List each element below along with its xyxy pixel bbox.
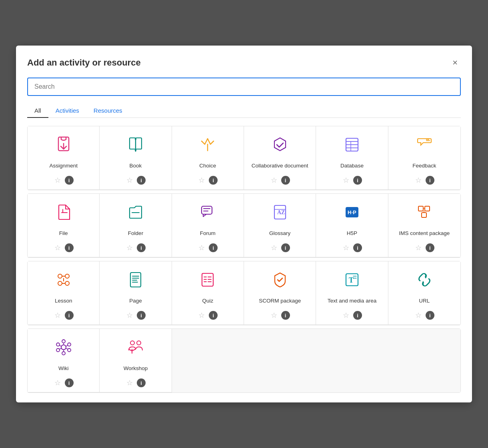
activity-item-workshop[interactable]: Workshop ☆ i: [100, 329, 172, 392]
modal-title: Add an activity or resource: [27, 58, 141, 68]
ims-content-package-label: IMS content package: [399, 227, 450, 239]
h5p-star[interactable]: ☆: [342, 243, 350, 252]
activity-item-text-and-media-area[interactable]: T Text and media area ☆ i: [316, 261, 388, 325]
activity-item-wiki[interactable]: Wiki ☆ i: [28, 329, 100, 392]
file-star[interactable]: ☆: [54, 243, 62, 252]
svg-point-63: [130, 341, 134, 345]
glossary-info[interactable]: i: [281, 243, 290, 252]
h5p-info[interactable]: i: [353, 243, 362, 252]
svg-point-51: [62, 340, 65, 343]
scorm-package-icon: [270, 269, 290, 290]
workshop-star[interactable]: ☆: [126, 378, 134, 387]
activity-item-page[interactable]: Page ☆ i: [100, 261, 172, 325]
choice-info[interactable]: i: [209, 176, 218, 185]
tab-activities[interactable]: Activities: [48, 104, 86, 118]
svg-text:T: T: [349, 276, 354, 284]
quiz-icon: [197, 269, 218, 290]
activity-item-quiz[interactable]: Quiz ☆ i: [172, 261, 244, 325]
scorm-package-actions: ☆ i: [270, 311, 290, 320]
ims-content-package-info[interactable]: i: [426, 243, 434, 252]
collaborative-document-star[interactable]: ☆: [270, 176, 278, 185]
assignment-info[interactable]: i: [65, 176, 74, 185]
activity-item-h5p[interactable]: H·P H5P ☆ i: [316, 194, 388, 257]
activity-item-folder[interactable]: Folder ☆ i: [100, 194, 172, 257]
feedback-star[interactable]: ☆: [414, 176, 422, 185]
activity-item-file[interactable]: File ☆ i: [28, 194, 100, 257]
activity-item-book[interactable]: Book ☆ i: [100, 126, 172, 190]
quiz-actions: ☆ i: [198, 311, 218, 320]
page-label: Page: [129, 294, 142, 307]
file-icon: [53, 202, 74, 223]
svg-line-61: [59, 348, 62, 349]
book-icon: [125, 134, 146, 155]
activity-item-scorm-package[interactable]: SCORM package ☆ i: [244, 261, 316, 325]
glossary-star[interactable]: ☆: [270, 243, 278, 252]
file-actions: ☆ i: [54, 243, 74, 252]
scorm-package-star[interactable]: ☆: [270, 311, 278, 320]
svg-rect-39: [202, 273, 213, 286]
collaborative-document-info[interactable]: i: [281, 176, 290, 185]
url-info[interactable]: i: [426, 311, 434, 320]
activity-item-database[interactable]: Database ☆ i: [316, 126, 388, 190]
ims-content-package-icon: [414, 202, 435, 223]
text-and-media-area-actions: ☆ i: [342, 311, 362, 320]
activity-item-lesson[interactable]: Lesson ☆ i: [28, 261, 100, 325]
choice-actions: ☆ i: [198, 176, 218, 185]
feedback-info[interactable]: i: [426, 176, 434, 185]
tab-resources[interactable]: Resources: [86, 104, 130, 118]
activity-item-choice[interactable]: Choice ☆ i: [172, 126, 244, 190]
svg-rect-14: [202, 206, 212, 214]
forum-star[interactable]: ☆: [198, 243, 206, 252]
forum-label: Forum: [200, 227, 216, 239]
h5p-actions: ☆ i: [342, 243, 362, 252]
folder-star[interactable]: ☆: [126, 243, 134, 252]
activity-item-url[interactable]: URL ☆ i: [388, 261, 460, 325]
scorm-package-label: SCORM package: [259, 294, 301, 307]
wiki-info[interactable]: i: [65, 378, 74, 387]
activity-item-forum[interactable]: Forum ☆ i: [172, 194, 244, 257]
folder-info[interactable]: i: [137, 243, 146, 252]
lesson-star[interactable]: ☆: [54, 311, 62, 320]
page-star[interactable]: ☆: [126, 311, 134, 320]
text-and-media-area-star[interactable]: ☆: [342, 311, 350, 320]
database-label: Database: [340, 159, 364, 172]
book-star[interactable]: ☆: [126, 176, 134, 185]
workshop-info[interactable]: i: [137, 378, 146, 387]
activity-item-assignment[interactable]: Assignment ☆ i: [28, 126, 100, 190]
tabs-container: All Activities Resources: [27, 104, 461, 118]
lesson-info[interactable]: i: [65, 311, 74, 320]
svg-line-59: [66, 348, 68, 349]
scorm-package-info[interactable]: i: [281, 311, 290, 320]
file-label: File: [59, 227, 68, 239]
activity-item-collaborative-document[interactable]: Collaborative document ☆ i: [244, 126, 316, 190]
tab-all[interactable]: All: [27, 104, 48, 118]
choice-star[interactable]: ☆: [198, 176, 206, 185]
quiz-star[interactable]: ☆: [198, 311, 206, 320]
lesson-actions: ☆ i: [54, 311, 74, 320]
quiz-info[interactable]: i: [209, 311, 218, 320]
book-info[interactable]: i: [137, 176, 146, 185]
assignment-icon: [53, 134, 74, 155]
page-info[interactable]: i: [137, 311, 146, 320]
search-input[interactable]: [27, 78, 461, 96]
database-info[interactable]: i: [353, 176, 362, 185]
activity-item-ims-content-package[interactable]: IMS content package ☆ i: [388, 194, 460, 257]
svg-rect-22: [418, 206, 423, 211]
text-and-media-area-info[interactable]: i: [353, 311, 362, 320]
glossary-label: Glossary: [269, 227, 290, 239]
svg-point-56: [56, 343, 60, 346]
file-info[interactable]: i: [65, 243, 74, 252]
close-button[interactable]: ×: [449, 57, 461, 69]
svg-text:AZ: AZ: [277, 209, 285, 215]
url-icon: [414, 269, 435, 290]
feedback-icon: [414, 134, 435, 155]
forum-info[interactable]: i: [209, 243, 218, 252]
url-star[interactable]: ☆: [414, 311, 422, 320]
ims-content-package-star[interactable]: ☆: [414, 243, 422, 252]
database-star[interactable]: ☆: [342, 176, 350, 185]
wiki-star[interactable]: ☆: [54, 378, 62, 387]
activity-item-feedback[interactable]: Feedback ☆ i: [388, 126, 460, 190]
svg-rect-34: [130, 273, 141, 287]
activity-item-glossary[interactable]: AZ Glossary ☆ i: [244, 194, 316, 257]
assignment-star[interactable]: ☆: [54, 176, 62, 185]
